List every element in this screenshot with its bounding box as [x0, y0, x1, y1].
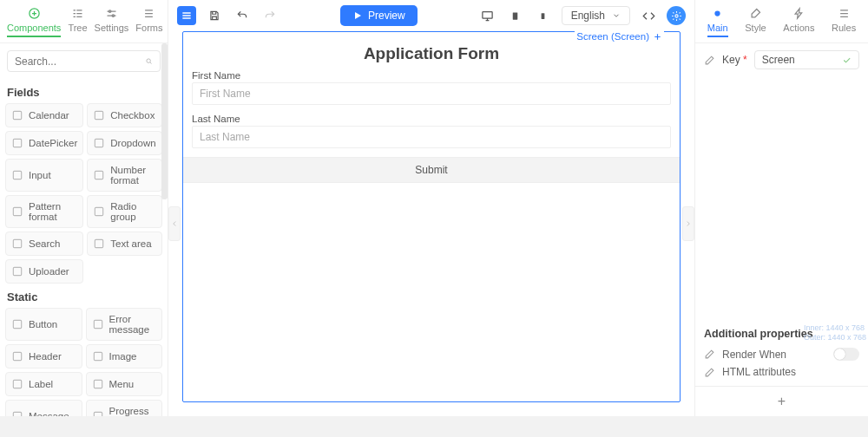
component-header[interactable]: Header	[5, 344, 82, 369]
component-radio-group[interactable]: Radio group	[87, 195, 162, 228]
save-button[interactable]	[205, 6, 224, 25]
component-label: Menu	[109, 379, 135, 389]
svg-rect-14	[13, 267, 21, 275]
tab-main[interactable]: Main	[704, 5, 732, 42]
svg-rect-17	[13, 352, 21, 360]
key-label: Key *	[722, 54, 747, 66]
tab-tree[interactable]: Tree	[64, 5, 90, 42]
component-label: Progress circle	[109, 406, 157, 416]
tab-forms[interactable]: Forms	[132, 5, 166, 42]
component-label: Number format	[110, 165, 156, 186]
tablet-icon	[510, 10, 520, 23]
redo-button[interactable]	[260, 6, 279, 25]
key-input[interactable]: Screen	[754, 50, 859, 69]
brush-icon	[749, 7, 762, 20]
component-text-area[interactable]: Text area	[87, 232, 162, 256]
collapse-left-handle[interactable]	[168, 206, 181, 241]
component-pattern-format[interactable]: Pattern format	[5, 195, 83, 228]
component-datepicker[interactable]: DatePicker	[5, 131, 83, 155]
tab-label: Actions	[783, 23, 814, 33]
svg-rect-30	[542, 13, 545, 19]
canvas-screen[interactable]: Screen (Screen) Application Form First N…	[182, 31, 681, 402]
gear-icon	[671, 10, 682, 22]
component-progress-circle[interactable]: Progress circle	[86, 400, 163, 416]
undo-button[interactable]	[233, 6, 252, 25]
left-tabs: Components Tree Settings Forms	[0, 0, 168, 43]
component-checkbox[interactable]: Checkbox	[87, 103, 162, 127]
component-menu[interactable]: Menu	[86, 372, 163, 396]
svg-rect-13	[95, 239, 103, 247]
component-label: Input	[29, 170, 51, 180]
mobile-icon	[539, 10, 547, 23]
svg-rect-22	[94, 412, 102, 416]
prop-label: HTML attributes	[722, 366, 796, 378]
svg-rect-19	[13, 380, 21, 388]
component-calendar[interactable]: Calendar	[5, 103, 83, 127]
search-input[interactable]	[15, 55, 145, 68]
pencil-icon	[704, 349, 715, 360]
device-tablet-button[interactable]	[506, 6, 525, 25]
component-label: Uploader	[29, 266, 69, 277]
tab-rules[interactable]: Rules	[828, 5, 859, 42]
field-input[interactable]: Last Name	[192, 126, 671, 148]
prop-html-attributes[interactable]: HTML attributes	[704, 363, 859, 381]
code-button[interactable]	[639, 6, 658, 25]
right-tabs: Main Style Actions Rules	[695, 0, 868, 43]
component-uploader[interactable]: Uploader	[5, 259, 83, 284]
device-mobile-button[interactable]	[534, 6, 553, 25]
tab-style[interactable]: Style	[741, 5, 769, 42]
right-panel: Main Style Actions Rules Key * Screen	[694, 0, 868, 416]
svg-rect-10	[13, 207, 21, 215]
component-message[interactable]: Message	[5, 400, 82, 416]
component-label: Button	[29, 319, 57, 329]
field-input[interactable]: First Name	[192, 82, 671, 105]
component-image[interactable]: Image	[86, 344, 163, 369]
save-icon	[208, 10, 220, 22]
svg-point-32	[715, 10, 720, 16]
tab-label: Rules	[832, 23, 856, 33]
preview-button[interactable]: Preview	[340, 5, 418, 26]
tab-settings[interactable]: Settings	[91, 5, 133, 42]
chevron-left-icon	[170, 218, 179, 229]
prop-render-when[interactable]: Render When	[704, 345, 859, 363]
undo-icon	[236, 10, 248, 22]
list-icon	[142, 7, 155, 20]
component-search[interactable]	[7, 50, 161, 72]
svg-rect-15	[13, 320, 21, 328]
redo-icon	[264, 10, 276, 22]
component-label: Error message	[109, 314, 157, 335]
footer-bar	[0, 416, 868, 437]
bolt-icon	[792, 7, 806, 20]
component-error-message[interactable]: Error message	[86, 308, 163, 341]
tab-label: Components	[7, 23, 61, 33]
tab-label: Tree	[68, 23, 87, 33]
svg-rect-11	[95, 207, 103, 215]
component-list: FieldsCalendarCheckboxDatePickerDropdown…	[0, 79, 168, 416]
component-label[interactable]: Label	[5, 372, 82, 396]
toggle[interactable]	[833, 348, 859, 361]
component-label: Message	[29, 411, 69, 416]
svg-rect-20	[94, 380, 102, 388]
tab-actions[interactable]: Actions	[779, 5, 818, 42]
component-input[interactable]: Input	[5, 159, 83, 192]
component-search[interactable]: Search	[5, 232, 83, 256]
component-dropdown[interactable]: Dropdown	[87, 131, 162, 155]
group-title: Static	[7, 290, 161, 303]
settings-gear-button[interactable]	[667, 6, 686, 25]
scrollbar[interactable]	[161, 43, 168, 199]
device-desktop-button[interactable]	[478, 6, 497, 25]
tree-icon	[71, 7, 84, 20]
tab-components[interactable]: Components	[3, 5, 64, 42]
language-select[interactable]: English	[562, 6, 630, 25]
monitor-icon	[481, 10, 494, 23]
canvas-selection-tag[interactable]: Screen (Screen)	[575, 31, 664, 42]
svg-point-3	[147, 59, 151, 63]
submit-button[interactable]: Submit	[183, 157, 680, 183]
center-area: Preview English Screen (Screen)	[168, 0, 694, 416]
component-label: Checkbox	[110, 110, 155, 121]
add-property-button[interactable]: +	[695, 386, 868, 416]
component-number-format[interactable]: Number format	[87, 159, 162, 192]
collapse-right-handle[interactable]	[682, 206, 694, 241]
menu-button[interactable]	[177, 6, 196, 25]
component-button[interactable]: Button	[5, 308, 82, 341]
